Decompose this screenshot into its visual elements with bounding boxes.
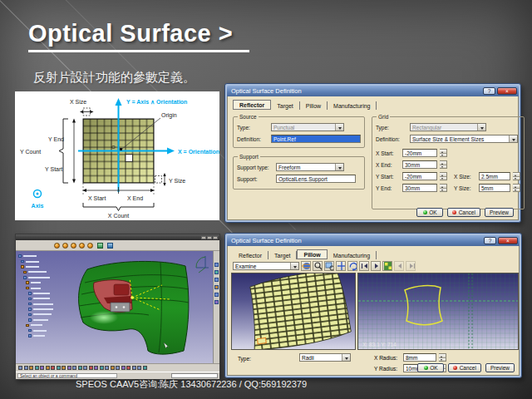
- tab-target[interactable]: Target: [268, 251, 297, 259]
- rotate-icon[interactable]: [347, 261, 357, 271]
- cancel-button[interactable]: Cancel: [448, 363, 481, 372]
- x-start-spinner[interactable]: [440, 149, 447, 157]
- car-body-model[interactable]: [37, 254, 208, 359]
- grid-type-select[interactable]: Rectangular: [410, 123, 486, 131]
- toolbar-icon[interactable]: [97, 243, 103, 249]
- close-button[interactable]: ×: [498, 237, 518, 244]
- toolbar-icon[interactable]: [89, 366, 93, 370]
- pillow-type-select[interactable]: Radii: [299, 353, 351, 362]
- toolbar-icon[interactable]: [132, 366, 136, 370]
- x-radius-field[interactable]: 8mm: [403, 353, 436, 362]
- toolbar-icon[interactable]: [111, 366, 115, 370]
- toolbar-icon[interactable]: [214, 293, 219, 297]
- toolbar-icon[interactable]: [62, 366, 66, 370]
- source-definition-field[interactable]: Point.Ref: [271, 135, 361, 143]
- catia-compass[interactable]: [192, 254, 210, 275]
- zoom-icon[interactable]: [313, 261, 323, 271]
- toolbar-icon[interactable]: [54, 243, 60, 249]
- toolbar-icon[interactable]: [214, 300, 219, 304]
- toolbar-icon[interactable]: [214, 285, 219, 289]
- x-start-field[interactable]: -20mm: [402, 149, 437, 157]
- maximize-icon[interactable]: [207, 236, 212, 239]
- toolbar-icon[interactable]: [143, 366, 147, 370]
- pan-icon[interactable]: [336, 261, 346, 271]
- toolbar-icon[interactable]: [29, 366, 33, 370]
- toolbar-icon[interactable]: [116, 366, 120, 370]
- x-end-spinner[interactable]: [440, 160, 447, 169]
- grid-toggle-icon[interactable]: [382, 261, 392, 271]
- support-type-select[interactable]: Freeform: [276, 163, 344, 171]
- toolbar-icon[interactable]: [78, 366, 82, 370]
- view-sphere-icon[interactable]: [301, 261, 311, 271]
- toolbar-icon[interactable]: [87, 243, 93, 249]
- y-end-spinner[interactable]: [440, 184, 447, 192]
- y-size-spinner[interactable]: [513, 184, 520, 192]
- dialog-titlebar[interactable]: Optical Surface Definition ? ×: [227, 86, 519, 96]
- next-frame-icon[interactable]: [371, 261, 381, 271]
- minimize-icon[interactable]: [201, 236, 206, 239]
- toolbar-icon[interactable]: [71, 243, 76, 249]
- toolbar-icon[interactable]: [214, 278, 219, 282]
- toolbar-icon[interactable]: [46, 366, 50, 370]
- toolbar-icon[interactable]: [24, 366, 28, 370]
- toolbar-icon[interactable]: [57, 366, 61, 370]
- first-frame-icon[interactable]: [359, 261, 369, 271]
- x-radius-spinner[interactable]: [439, 353, 446, 362]
- toolbar-icon[interactable]: [18, 366, 22, 370]
- y-end-field[interactable]: 30mm: [402, 184, 437, 192]
- dialog-titlebar[interactable]: Optical Surface Definition ? ×: [227, 235, 520, 246]
- source-type-select[interactable]: Punctual: [271, 123, 344, 131]
- toolbar-icon[interactable]: [214, 263, 219, 267]
- toolbar-icon[interactable]: [51, 366, 55, 370]
- cancel-button[interactable]: Cancel: [447, 208, 480, 217]
- tree-item[interactable]: [28, 333, 53, 338]
- toolbar-icon[interactable]: [100, 366, 104, 370]
- close-icon[interactable]: [213, 236, 218, 239]
- toolbar-icon[interactable]: [137, 366, 141, 370]
- preview-button[interactable]: Preview: [485, 363, 515, 372]
- graph-viewport[interactable]: X: 83.1 Y: 714: [357, 273, 519, 350]
- grid-definition-select[interactable]: Surface Size & Element Sizes: [410, 135, 518, 143]
- toolbar-icon[interactable]: [214, 270, 219, 274]
- tab-reflector[interactable]: Reflector: [233, 251, 268, 259]
- ok-button[interactable]: OK: [417, 363, 444, 372]
- last-disabled-icon[interactable]: [406, 261, 416, 271]
- close-button[interactable]: ×: [497, 87, 517, 95]
- ok-button[interactable]: OK: [416, 208, 443, 217]
- toolbar-icon[interactable]: [107, 243, 113, 249]
- x-size-spinner[interactable]: [513, 172, 520, 180]
- help-button[interactable]: ?: [483, 87, 495, 95]
- view-mode-select[interactable]: Examine: [233, 262, 299, 270]
- toolbar-icon[interactable]: [121, 366, 126, 370]
- x-size-field[interactable]: 2.5mm: [479, 172, 510, 180]
- tab-reflector[interactable]: Reflector: [233, 100, 271, 110]
- prev-disabled-icon[interactable]: [394, 261, 404, 271]
- toolbar-icon[interactable]: [67, 366, 71, 370]
- tab-pillow[interactable]: Pillow: [300, 101, 328, 110]
- support-field[interactable]: OpticalLens.Support: [276, 175, 356, 183]
- y-start-spinner[interactable]: [440, 172, 447, 180]
- help-button[interactable]: ?: [484, 237, 496, 244]
- toolbar-icon[interactable]: [79, 243, 85, 249]
- zoom-view-icon[interactable]: [324, 261, 334, 271]
- toolbar-icon[interactable]: [126, 366, 131, 370]
- toolbar-icon[interactable]: [62, 243, 68, 249]
- x-end-field[interactable]: 30mm: [402, 160, 437, 169]
- toolbar-icon[interactable]: [40, 366, 44, 370]
- specification-tree[interactable]: [18, 254, 53, 338]
- y-start-field[interactable]: -20mm: [402, 172, 437, 180]
- toolbar-icon[interactable]: [35, 366, 39, 370]
- mesh-viewport[interactable]: [231, 273, 356, 350]
- catia-titlebar[interactable]: [16, 234, 219, 240]
- toolbar-icon[interactable]: [83, 366, 87, 370]
- toolbar-icon[interactable]: [105, 366, 109, 370]
- preview-button[interactable]: Preview: [485, 208, 514, 217]
- y-size-field[interactable]: 5mm: [479, 184, 510, 192]
- tab-manufacturing[interactable]: Manufacturing: [328, 251, 377, 259]
- catia-viewport[interactable]: [16, 251, 219, 363]
- tab-pillow[interactable]: Pillow: [297, 249, 327, 259]
- toolbar-icon[interactable]: [94, 366, 98, 370]
- toolbar-icon[interactable]: [72, 366, 76, 370]
- tab-target[interactable]: Target: [271, 101, 299, 110]
- tab-manufacturing[interactable]: Manufacturing: [328, 101, 377, 110]
